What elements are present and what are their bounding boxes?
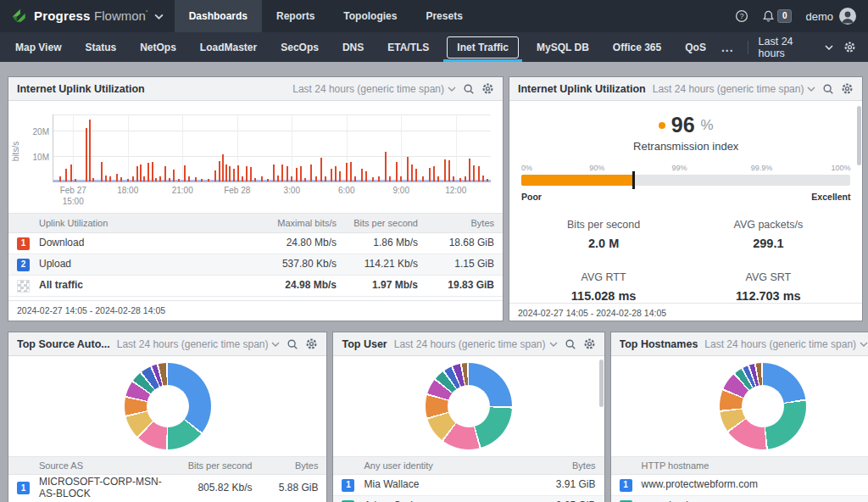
uplink-table-row[interactable]: All traffic24.98 Mb/s1.97 Mb/s19.83 GiB (8, 276, 503, 297)
uplink-table-row[interactable]: 1Download24.80 Mb/s1.86 Mb/s18.68 GiB (8, 233, 503, 254)
row-value: 1.97 Mb/s (343, 280, 418, 292)
dashboard-content: Internet Uplink Utilization Last 24 hour… (0, 62, 868, 502)
chart-bar (254, 178, 256, 181)
notifications-button[interactable]: 0 (762, 9, 793, 23)
panel-time-span-dropdown[interactable]: Last 24 hours (generic time span) (704, 338, 868, 350)
panel-title: Internet Uplink Utilization (518, 83, 646, 95)
chart-bar (310, 165, 312, 181)
tab-eta-tls[interactable]: ETA/TLS (376, 32, 441, 62)
source-as-donut-chart[interactable] (125, 363, 211, 449)
y-axis-label: bits/s (11, 142, 20, 161)
topbar-right: ? 0 demo (735, 0, 868, 32)
chart-bar (277, 176, 279, 181)
column-header: Bytes (425, 218, 494, 228)
nav-item-dashboards[interactable]: Dashboards (175, 0, 262, 32)
column-header: Bytes (525, 460, 596, 471)
panel-time-span-dropdown[interactable]: Last 24 hours (generic time span) (394, 338, 558, 350)
chart-bar (482, 176, 484, 181)
panel-title: Top User (342, 338, 387, 350)
tab-status[interactable]: Status (73, 32, 128, 62)
brand-menu[interactable]: Progress Flowmon˚ (0, 0, 175, 32)
chart-bar (411, 165, 413, 181)
chevron-down-icon (860, 342, 868, 347)
chart-bar (281, 165, 283, 181)
tab-mysql-db[interactable]: MySQL DB (525, 32, 601, 62)
chevron-down-icon (271, 342, 280, 347)
more-tabs-button[interactable]: ... (718, 41, 737, 54)
settings-gear-icon[interactable] (843, 41, 856, 53)
scrollbar[interactable] (857, 106, 861, 165)
gauge-min-label: Poor (521, 192, 542, 202)
column-header: Source AS (39, 460, 164, 471)
chart-bar (250, 167, 252, 181)
hostname-table-row[interactable]: 2www.darujme.cz18.11 K (611, 496, 868, 502)
nav-item-reports[interactable]: Reports (262, 0, 329, 32)
help-icon[interactable]: ? (735, 9, 748, 23)
chart-bar (300, 166, 302, 181)
svg-text:?: ? (740, 12, 744, 20)
tab-inet-traffic[interactable]: Inet Traffic (441, 32, 525, 62)
gridline (128, 114, 129, 181)
tab-office-365[interactable]: Office 365 (601, 32, 673, 62)
chart-bar (437, 176, 439, 181)
tab-label: LoadMaster (200, 42, 257, 53)
metric-value: 299.1 (686, 237, 850, 250)
uplink-table-row[interactable]: 2Upload537.80 Kb/s114.21 Kb/s1.15 GiB (8, 254, 503, 276)
nav-item-topologies[interactable]: Topologies (329, 0, 411, 32)
uplink-chart[interactable]: bits/s 10M20MFeb 2715:0018:0021:00Feb 28… (14, 109, 494, 204)
tab-qos[interactable]: QoS (673, 32, 718, 62)
metric-value: 115.028 ms (521, 289, 686, 303)
gear-icon[interactable] (583, 337, 596, 350)
donut-chart-area (611, 356, 868, 456)
chart-bar (385, 152, 387, 181)
user-donut-chart[interactable] (426, 363, 512, 449)
y-axis-tick: 10M (33, 152, 49, 161)
search-icon[interactable] (565, 338, 576, 350)
panel-time-span-dropdown[interactable]: Last 24 hours (generic time span) (117, 338, 281, 350)
x-axis-tick: 21:00 (172, 185, 193, 196)
search-icon[interactable] (822, 83, 834, 95)
gear-icon[interactable] (841, 82, 854, 95)
panel-time-span-dropdown[interactable]: Last 24 hours (generic time span) (653, 83, 816, 95)
row-value: 114.21 Kb/s (343, 259, 418, 271)
nav-item-presets[interactable]: Presets (411, 0, 476, 32)
panel-top-user: Top User Last 24 hours (generic time spa… (333, 332, 604, 502)
chart-bar (208, 179, 209, 182)
source-as-table-row[interactable]: 1MICROSOFT-CORP-MSN-AS-BLOCK805.82 Kb/s5… (8, 475, 326, 502)
tab-dns[interactable]: DNS (331, 32, 376, 62)
user-table-row[interactable]: 1Mia Wallace3.91 GiB (333, 475, 604, 496)
x-axis-tick: Feb 28 (224, 185, 250, 196)
x-axis-tick: 18:00 (117, 185, 138, 196)
user-table-row[interactable]: 2Adam Ondra2.65 GiB (333, 496, 604, 502)
gauge-metrics: Bits per second2.0 MAVG packets/s299.1AV… (521, 219, 850, 303)
chart-bar (178, 179, 180, 181)
tab-loadmaster[interactable]: LoadMaster (188, 32, 269, 62)
panel-header: Internet Uplink Utilization Last 24 hour… (8, 77, 503, 101)
gear-icon[interactable] (305, 337, 318, 350)
chevron-down-icon (448, 86, 456, 92)
user-menu[interactable]: demo (805, 8, 856, 25)
gridline (73, 114, 74, 181)
tab-secops[interactable]: SecOps (269, 32, 331, 62)
column-header: Flows (835, 460, 868, 471)
column-header: Bits per second (170, 460, 252, 471)
hostnames-donut-chart[interactable] (720, 363, 806, 449)
gear-icon[interactable] (481, 82, 494, 95)
search-icon[interactable] (463, 83, 475, 95)
chart-bar (350, 162, 352, 181)
hostname-table-row[interactable]: 1www.protectwebform.com18.37 K (611, 475, 868, 496)
y-axis-tick: 20M (33, 127, 49, 137)
metric-label: AVG RTT (521, 271, 686, 283)
panel-footer-range: 2024-02-27 14:05 - 2024-02-28 14:05 (509, 303, 862, 323)
gauge-scale: 0%90%99%99.9%100% Poor Excellent (521, 164, 850, 202)
tab-map-view[interactable]: Map View (3, 32, 73, 62)
panel-time-span-dropdown[interactable]: Last 24 hours (generic time span) (292, 83, 456, 95)
global-time-range-dropdown[interactable]: Last 24 hours (759, 36, 833, 59)
search-icon[interactable] (287, 338, 298, 350)
chart-bar (429, 168, 431, 181)
x-axis-tick: 9:00 (392, 185, 409, 196)
tab-label: Status (85, 42, 116, 53)
tab-netops[interactable]: NetOps (128, 32, 188, 62)
chart-bar (169, 178, 170, 181)
scrollbar[interactable] (599, 360, 604, 407)
